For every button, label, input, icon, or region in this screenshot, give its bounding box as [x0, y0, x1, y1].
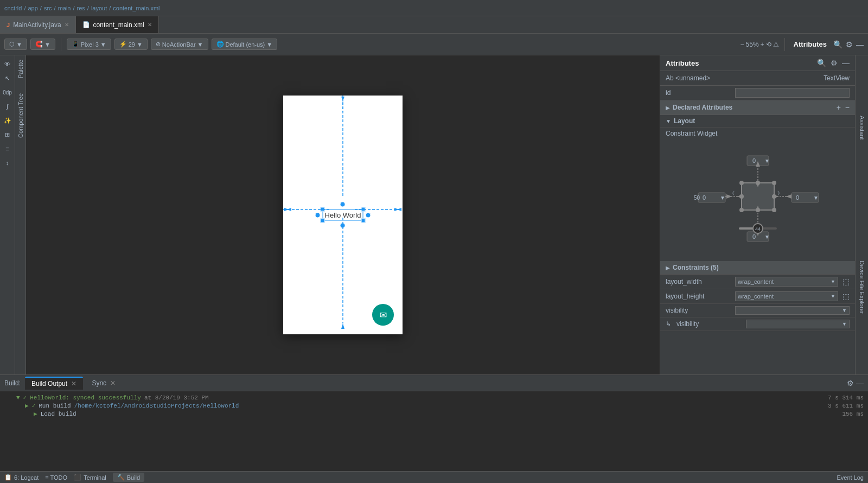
- canvas-area[interactable]: Hello World ✉: [26, 55, 660, 374]
- tab-main-activity[interactable]: J MainActivity.java ✕: [0, 16, 76, 33]
- sync-close[interactable]: ✕: [110, 379, 116, 387]
- align-icon[interactable]: ≡: [1, 142, 14, 155]
- locale-btn[interactable]: 🌐 Default (en-us) ▼: [212, 39, 278, 50]
- build-output-tab[interactable]: Build Output ✕: [25, 377, 83, 390]
- assistant-tab[interactable]: Assistant: [859, 116, 865, 140]
- layout-subsection[interactable]: ▼ Layout: [660, 115, 855, 128]
- dp-input[interactable]: 0dp: [1, 86, 14, 99]
- palette-panel-tab[interactable]: Palette: [16, 58, 25, 80]
- build-line2-path: /home/kctofel/AndroidStudioProjects/Hell…: [74, 403, 239, 409]
- eye-icon[interactable]: 👁: [1, 58, 14, 71]
- build-line2-text: Run build: [39, 403, 71, 409]
- search-icon[interactable]: 🔍: [833, 40, 843, 49]
- constraint-widget-label: Constraint Widget: [660, 128, 855, 139]
- layout-height-icon[interactable]: ⬚: [843, 292, 850, 301]
- handle-tr[interactable]: [361, 207, 365, 212]
- svg-point-40: [739, 208, 744, 212]
- tab-content-main[interactable]: 📄 content_main.xml ✕: [76, 16, 159, 33]
- logcat-icon: 📋: [4, 474, 12, 481]
- grid-icon[interactable]: ⊞: [1, 128, 14, 141]
- design-mode-btn[interactable]: ⬡ ▼: [4, 39, 27, 50]
- todo-btn[interactable]: ≡ TODO: [45, 474, 67, 481]
- svg-text:▼: ▼: [720, 195, 725, 201]
- build-minimize-icon[interactable]: —: [856, 379, 864, 387]
- attributes-title: Attributes: [790, 40, 830, 48]
- build-output-close[interactable]: ✕: [71, 380, 76, 387]
- right-panel-header: Attributes 🔍 ⚙ —: [660, 55, 855, 71]
- tab-close-content[interactable]: ✕: [148, 22, 152, 28]
- terminal-btn[interactable]: ⬛ Terminal: [74, 474, 106, 481]
- handle-top[interactable]: [340, 202, 346, 207]
- tab-close-main[interactable]: ✕: [65, 22, 69, 28]
- check-icon-2: ▶: [25, 402, 29, 409]
- panel-close-icon[interactable]: —: [842, 59, 850, 67]
- visibility-row: visibility ▼: [660, 304, 855, 317]
- sync-tab[interactable]: Sync ✕: [85, 377, 122, 389]
- handle-bl[interactable]: [321, 219, 325, 223]
- panel-header-actions: 🔍 ⚙ —: [817, 59, 850, 67]
- panel-search-icon[interactable]: 🔍: [817, 59, 826, 67]
- minimize-icon[interactable]: —: [856, 40, 864, 49]
- visibility-dropdown[interactable]: ▼: [735, 306, 850, 315]
- svg-text:▼: ▼: [813, 195, 819, 201]
- magnet-btn[interactable]: 🧲 ▼: [30, 39, 55, 50]
- handle-bottom[interactable]: [340, 223, 346, 228]
- email-icon: ✉: [380, 310, 387, 320]
- right-panel: Attributes 🔍 ⚙ — Ab <unnamed> TextView i…: [660, 55, 855, 374]
- logcat-btn[interactable]: 📋 6: Logcat: [4, 474, 39, 481]
- build-btn[interactable]: 🔨 Build: [113, 473, 144, 482]
- wand-icon[interactable]: ✨: [1, 114, 14, 127]
- svg-text:44: 44: [755, 226, 761, 232]
- fab-button[interactable]: ✉: [372, 304, 394, 326]
- build-settings-icon[interactable]: ⚙: [847, 379, 854, 387]
- device-file-explorer-tab[interactable]: Device File Explorer: [859, 260, 865, 314]
- curve-icon[interactable]: ∫: [1, 100, 14, 113]
- svg-text:《: 《: [730, 190, 735, 196]
- layout-width-icon[interactable]: ⬚: [843, 277, 850, 286]
- event-log-btn[interactable]: Event Log: [837, 474, 864, 481]
- panel-settings-icon[interactable]: ⚙: [831, 59, 838, 67]
- layout-width-dropdown[interactable]: wrap_content ▼: [735, 277, 838, 287]
- build-line-2: ▶ ✓ Run build /home/kctofel/AndroidStudi…: [4, 402, 864, 410]
- build-line3-time: 156 ms: [842, 411, 864, 417]
- theme-btn[interactable]: ⊘ NoActionBar ▼: [151, 39, 208, 50]
- svg-text:0: 0: [703, 194, 706, 201]
- layout-title: Layout: [674, 117, 695, 125]
- svg-point-38: [739, 181, 744, 185]
- device-btn[interactable]: 📱 Pixel 3 ▼: [67, 39, 111, 50]
- xml-icon: 📄: [82, 21, 90, 28]
- text-widget-container[interactable]: Hello World: [323, 209, 363, 221]
- breadcrumb: cnctrld / app / src / main / res / layou…: [4, 5, 160, 11]
- settings-icon[interactable]: ⚙: [846, 40, 853, 49]
- far-right-sidebar: Assistant Device File Explorer: [855, 55, 868, 374]
- layout-width-row: layout_width wrap_content ▼ ⬚: [660, 275, 855, 289]
- handle-br[interactable]: [361, 219, 365, 223]
- cursor-icon[interactable]: ↖: [1, 72, 14, 85]
- component-name: Ab <unnamed>: [666, 74, 710, 82]
- add-attr-btn[interactable]: +: [837, 103, 841, 112]
- layout-width-label: layout_width: [666, 278, 731, 285]
- svg-text:0: 0: [796, 194, 799, 201]
- zoom-label: 55%: [746, 41, 759, 48]
- build-line-1: ▼ ✓ HelloWorld: synced successfully at 8…: [4, 393, 864, 402]
- remove-attr-btn[interactable]: −: [845, 103, 850, 112]
- constraints-section[interactable]: ▶ Constraints (5): [660, 261, 855, 275]
- handle-tl[interactable]: [321, 207, 325, 212]
- handle-left[interactable]: [315, 212, 321, 218]
- component-type: TextView: [824, 74, 850, 82]
- constraints-expand-icon: ▶: [666, 265, 670, 271]
- layout-icon[interactable]: ↕: [1, 156, 14, 169]
- status-bar: 📋 6: Logcat ≡ TODO ⬛ Terminal 🔨 Build Ev…: [0, 471, 868, 483]
- api-btn[interactable]: ⚡ 29 ▼: [114, 39, 148, 50]
- visibility2-row: ↳ visibility ▼: [660, 317, 855, 331]
- svg-point-41: [772, 208, 776, 212]
- id-input[interactable]: [735, 88, 850, 98]
- declared-attrs-section[interactable]: ▶ Declared Attributes + −: [660, 100, 855, 115]
- visibility2-dropdown[interactable]: ▼: [746, 320, 850, 328]
- component-tree-tab[interactable]: Component Tree: [16, 91, 25, 140]
- vertical-left-panels: Palette Component Tree: [15, 55, 26, 374]
- zoom-control[interactable]: − 55% + ⟲ ⚠: [741, 41, 779, 48]
- main-area: 👁 ↖ 0dp ∫ ✨ ⊞ ≡ ↕ Palette Component Tree: [0, 55, 868, 374]
- layout-height-dropdown[interactable]: wrap_content ▼: [735, 291, 838, 301]
- handle-right[interactable]: [365, 212, 371, 218]
